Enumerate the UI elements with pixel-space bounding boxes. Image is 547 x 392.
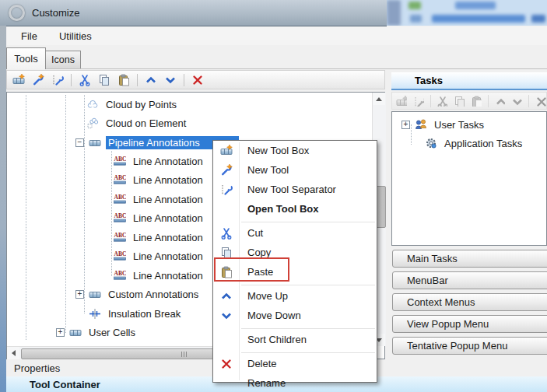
expand-expander[interactable]: +: [75, 290, 84, 299]
menu-separator: [241, 352, 375, 353]
toolbar-separator: [184, 74, 184, 86]
menu-separator: [241, 285, 375, 285]
view-popup-menu-button[interactable]: View Popup Menu: [392, 315, 547, 333]
menubar-button[interactable]: MenuBar: [392, 271, 547, 289]
tree-item-line-annotation[interactable]: Line Annotation: [1, 208, 205, 227]
copy-icon[interactable]: [454, 96, 465, 107]
new-tool-separator-icon[interactable]: [413, 96, 424, 107]
background-window: [387, 0, 547, 26]
tree-item-user-tasks[interactable]: + User Tasks: [401, 115, 486, 134]
tree-item-cloud-on-element[interactable]: Cloud on Element: [1, 114, 188, 132]
tree-item-custom-annotations[interactable]: + Custom Annotations: [1, 285, 201, 303]
paste-icon[interactable]: [471, 96, 482, 107]
move-up-icon[interactable]: [145, 74, 157, 86]
abc-annotation-icon: [114, 212, 126, 224]
scroll-left-button[interactable]: [7, 347, 19, 359]
menu-utilities[interactable]: Utilities: [51, 28, 100, 44]
menu-item-move-up[interactable]: Move Up: [213, 286, 377, 306]
menu-item-new-tool[interactable]: New Tool: [213, 160, 377, 180]
cloud-icon: [86, 98, 99, 110]
menu-item-rename[interactable]: Rename: [213, 373, 377, 392]
tree-item-line-annotation[interactable]: Line Annotation: [1, 266, 205, 285]
toolbar-separator: [528, 95, 529, 107]
toolbox-icon: [69, 326, 82, 338]
main-tasks-button[interactable]: Main Tasks: [392, 250, 547, 268]
menu-item-move-down[interactable]: Move Down: [213, 306, 377, 325]
abc-annotation-icon: [114, 250, 126, 262]
cut-icon[interactable]: [79, 74, 91, 86]
tree-item-application-tasks[interactable]: Application Tasks: [415, 134, 524, 152]
abc-annotation-icon: [114, 193, 126, 205]
context-menus-button[interactable]: Context Menus: [392, 293, 547, 311]
toolbar-separator: [430, 95, 431, 107]
tree-item-label: Line Annotation: [131, 193, 205, 206]
move-down-icon[interactable]: [511, 96, 522, 107]
insulation-break-icon: [89, 307, 101, 320]
tree-item-pipeline-annotations[interactable]: − Pipeline Annotations: [1, 133, 239, 152]
tree-item-label: Line Annotation: [131, 269, 205, 282]
tree-item-user-cells[interactable]: + User Cells: [1, 323, 138, 341]
tentative-popup-menu-button[interactable]: Tentative Popup Menu: [392, 337, 547, 355]
toolbar-separator: [71, 74, 72, 86]
user-tasks-icon: [415, 118, 427, 131]
paste-highlight-annotation: [214, 257, 289, 282]
expand-expander[interactable]: +: [56, 328, 65, 337]
tasks-title: Tasks: [415, 75, 443, 86]
tree-item-label: Line Annotation: [131, 155, 205, 168]
tools-toolbar: [6, 70, 385, 89]
menu-item-new-tool-separator[interactable]: New Tool Separator: [213, 180, 377, 199]
toolbox-icon: [89, 288, 101, 300]
tree-item-label: Line Annotation: [131, 250, 205, 263]
tree-item-line-annotation[interactable]: Line Annotation: [1, 190, 205, 208]
menu-item-open-tool-box[interactable]: Open Tool Box: [213, 199, 377, 219]
title-bar: Customize: [0, 0, 387, 26]
tool-container-title: Tool Container: [30, 379, 100, 390]
tree-item-line-annotation[interactable]: Line Annotation: [1, 228, 205, 247]
delete-icon: [220, 358, 233, 370]
delete-icon[interactable]: [191, 74, 204, 86]
app-icon: [9, 5, 25, 21]
new-tool-icon[interactable]: [32, 74, 44, 86]
menu-separator: [241, 222, 375, 222]
tab-divider: [6, 68, 547, 69]
cloud-on-element-icon: [86, 117, 99, 129]
tab-icons[interactable]: Icons: [45, 51, 81, 68]
abc-annotation-icon: [114, 269, 126, 282]
delete-icon[interactable]: [535, 96, 546, 107]
cut-icon[interactable]: [437, 96, 447, 107]
tree-item-line-annotation[interactable]: Line Annotation: [1, 247, 205, 265]
move-down-icon[interactable]: [164, 74, 177, 86]
new-tool-box-icon[interactable]: [12, 74, 25, 86]
tree-item-insulation-break[interactable]: Insulation Break: [1, 304, 183, 323]
tab-tools[interactable]: Tools: [6, 47, 46, 69]
properties-label: Properties: [14, 362, 60, 374]
move-up-icon[interactable]: [495, 96, 506, 107]
menu-item-delete[interactable]: Delete: [213, 354, 377, 373]
paste-icon[interactable]: [117, 74, 130, 86]
new-tool-icon: [220, 164, 233, 177]
cut-icon: [220, 227, 233, 240]
new-tool-separator-icon[interactable]: [51, 74, 64, 86]
tree-item-line-annotation[interactable]: Line Annotation: [1, 170, 205, 189]
abc-annotation-icon: [114, 173, 126, 186]
menu-item-cut[interactable]: Cut: [213, 223, 377, 243]
tree-item-cloud-by-points[interactable]: Cloud by Points: [1, 95, 179, 114]
toolbar-separator: [137, 74, 138, 86]
collapse-expander[interactable]: −: [75, 138, 84, 147]
scroll-up-button[interactable]: [373, 93, 385, 105]
tree-item-label: Line Annotation: [131, 231, 205, 244]
new-tool-box-icon: [220, 145, 233, 157]
window-title: Customize: [32, 7, 79, 19]
toolbar-separator: [488, 95, 489, 107]
menu-item-new-tool-box[interactable]: New Tool Box: [213, 141, 377, 160]
tree-item-label: User Cells: [86, 326, 138, 339]
menu-item-sort-children[interactable]: Sort Children: [213, 330, 377, 349]
menu-file[interactable]: File: [13, 28, 45, 44]
new-tool-box-icon[interactable]: [396, 96, 407, 107]
customize-dialog: Customize File Utilities Tools Icons Clo…: [0, 0, 547, 392]
tree-item-line-annotation[interactable]: Line Annotation: [1, 152, 205, 170]
expand-expander[interactable]: +: [401, 121, 410, 129]
copy-icon[interactable]: [98, 74, 110, 86]
tree-item-label: Cloud on Element: [103, 117, 188, 130]
menu-bar: File Utilities: [7, 26, 547, 45]
